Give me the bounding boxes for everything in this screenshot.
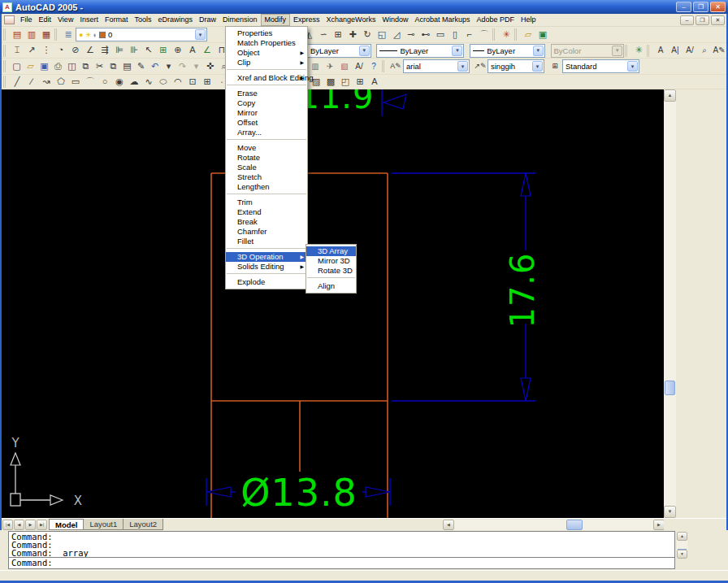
toolbar-grip[interactable] — [3, 45, 7, 57]
chevron-down-icon[interactable]: ▼ — [359, 46, 370, 56]
text-style-manager-icon[interactable]: A✎ — [388, 60, 403, 73]
command-input[interactable]: Command: — [9, 557, 674, 568]
menu-item[interactable]: Offset — [226, 118, 307, 128]
layout-tab[interactable]: Layout1 — [83, 519, 124, 530]
dim-angular-icon[interactable]: ∠ — [83, 44, 98, 57]
table-style-combo[interactable]: Standard ▼ — [562, 59, 639, 73]
paste-icon[interactable]: ▤ — [120, 60, 134, 73]
menu-item[interactable]: Trim — [226, 198, 307, 207]
menu-bar-item[interactable]: Insert — [76, 14, 102, 26]
revcloud-icon[interactable]: ☁ — [127, 76, 141, 89]
plot-icon[interactable]: ⎙ — [51, 60, 65, 73]
menu-item[interactable]: Lengthen — [226, 182, 307, 192]
menu-bar-item[interactable]: eDrawings — [154, 14, 196, 26]
layout-tab[interactable]: Layout2 — [123, 519, 163, 530]
undo-icon[interactable]: ↶ — [148, 60, 162, 73]
toolbar-grip[interactable] — [647, 45, 651, 57]
rectangle-icon[interactable]: ▭ — [68, 76, 83, 89]
mtext-icon[interactable]: A — [367, 76, 382, 89]
toolbar-grip[interactable] — [492, 28, 496, 41]
chevron-down-icon[interactable]: ▼ — [627, 61, 638, 72]
submenu-item[interactable]: Rotate 3D — [306, 266, 356, 276]
center-mark-icon[interactable]: ⊕ — [171, 44, 185, 57]
markup-set-manager-icon[interactable]: ✈ — [323, 60, 337, 73]
pdf-settings-icon[interactable]: ▦ — [39, 28, 54, 41]
cut-icon[interactable]: ✂ — [93, 60, 106, 73]
chevron-down-icon[interactable]: ▼ — [195, 29, 206, 40]
text-scale-icon[interactable]: A✎ — [712, 44, 726, 57]
drawing-icon[interactable] — [4, 15, 15, 24]
toolbar-grip[interactable] — [3, 76, 7, 88]
trim-icon[interactable]: ⊸ — [404, 28, 418, 41]
match-properties-icon[interactable]: ✎ — [134, 60, 148, 73]
chamfer-icon[interactable]: ⌐ — [462, 28, 477, 41]
minimize-button[interactable]: – — [676, 2, 691, 12]
text-style-combo[interactable]: arial ▼ — [403, 59, 470, 73]
block-editor-icon[interactable]: ▧ — [337, 60, 352, 73]
line-icon[interactable]: ╱ — [10, 76, 24, 89]
mdi-restore-button[interactable]: ❐ — [696, 15, 709, 25]
break-at-point-icon[interactable]: ▭ — [433, 28, 448, 41]
menu-item[interactable]: Move — [226, 143, 307, 153]
find-text-icon[interactable]: ⌕ — [697, 44, 712, 57]
dim-aligned-icon[interactable]: ↗ — [24, 44, 39, 57]
save-icon[interactable]: ▣ — [37, 60, 51, 73]
copy-icon[interactable]: ⧉ — [106, 60, 120, 73]
spline-icon[interactable]: ∿ — [141, 76, 156, 89]
dim-edit-icon[interactable]: A — [185, 44, 200, 57]
toolbar-grip[interactable] — [3, 28, 7, 41]
close-button[interactable]: ✕ — [710, 2, 726, 12]
polyline-icon[interactable]: ↝ — [39, 76, 54, 89]
menu-bar-item[interactable]: View — [54, 14, 76, 26]
menu-item[interactable]: Stretch — [226, 172, 307, 182]
dim-diameter-icon[interactable]: ⊘ — [68, 44, 83, 57]
publish-icon[interactable]: ⧉ — [79, 60, 93, 73]
menu-item[interactable]: Mirror — [226, 108, 307, 118]
menu-item[interactable]: 3D Operation ▶ — [226, 252, 307, 262]
menu-item[interactable]: Chamfer — [226, 227, 307, 237]
menu-item[interactable]: Clip ▶ — [226, 58, 307, 67]
menu-bar-item[interactable]: Adobe PDF — [473, 14, 518, 26]
move-icon[interactable]: ✚ — [345, 28, 360, 41]
menu-item[interactable]: Extend — [226, 207, 307, 217]
layer-properties-icon[interactable]: ≣ — [61, 28, 76, 41]
horizontal-scroll-thumb[interactable] — [566, 520, 583, 530]
menu-item[interactable]: Scale — [226, 163, 307, 172]
etransmit-icon[interactable]: ▣ — [535, 28, 550, 41]
scroll-up-icon[interactable]: ▲ — [677, 532, 687, 541]
menu-bar-item[interactable]: Dimension — [219, 14, 261, 26]
new-icon[interactable]: ▢ — [10, 60, 24, 73]
dim-radius-icon[interactable]: ◔ — [54, 44, 68, 57]
insert-block-icon[interactable]: ⊡ — [185, 76, 200, 89]
menu-bar-item[interactable]: Help — [518, 14, 540, 26]
help-icon[interactable]: ? — [366, 60, 381, 73]
region-icon[interactable]: ◰ — [338, 76, 353, 89]
menu-bar-item[interactable]: File — [17, 14, 36, 26]
scroll-down-icon[interactable]: ▼ — [664, 506, 676, 518]
dim-baseline-icon[interactable]: ⊫ — [112, 44, 127, 57]
scroll-down-icon[interactable]: ▼ — [677, 550, 687, 559]
chevron-down-icon[interactable]: ▼ — [532, 61, 543, 72]
menu-bar-item[interactable]: Acrobat Markups — [411, 14, 473, 26]
polygon-icon[interactable]: ⬠ — [54, 76, 68, 89]
redo-icon[interactable]: ↷ — [176, 60, 189, 73]
dim-style-manager-icon[interactable]: ↗✎ — [473, 60, 488, 73]
quick-leader-icon[interactable]: ↖ — [141, 44, 156, 57]
tab-first-button[interactable]: |◀ — [2, 520, 13, 530]
array-icon[interactable]: ⊞ — [331, 28, 345, 41]
layout-tab[interactable]: Model — [49, 519, 84, 530]
submenu-item[interactable]: Mirror 3D — [306, 256, 356, 266]
restore-button[interactable]: ❐ — [693, 2, 708, 12]
dim-text-edit-icon[interactable]: ∠ — [200, 44, 214, 57]
toolbar-grip[interactable] — [382, 60, 386, 72]
dim-continue-icon[interactable]: ⊪ — [127, 44, 141, 57]
pan-icon[interactable]: ✜ — [203, 60, 217, 73]
menu-item[interactable]: Properties — [226, 28, 307, 38]
menu-bar-item[interactable]: Edit — [36, 14, 55, 26]
chevron-down-icon[interactable]: ▼ — [457, 61, 468, 72]
menu-bar-item[interactable]: Window — [379, 14, 411, 26]
dim-style-combo[interactable]: singgih ▼ — [488, 59, 544, 73]
menu-item[interactable]: Match Properties — [226, 38, 307, 48]
toolbar-grip[interactable] — [625, 45, 629, 57]
command-scrollbar[interactable]: ▲ ▼ — [677, 532, 687, 559]
